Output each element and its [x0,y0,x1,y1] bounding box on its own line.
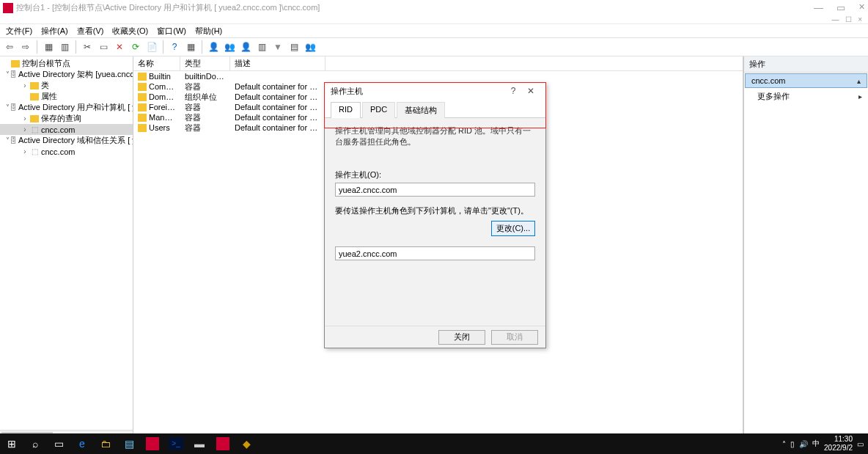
app-task-icon[interactable] [141,433,164,454]
col-type[interactable]: 类型 [180,56,230,70]
ie-icon[interactable]: e [70,433,94,454]
back-button[interactable]: ⇦ [3,40,16,54]
tree-label: Active Directory 用户和计算机 [ yuea2.cncc.com… [18,102,133,113]
tree-classes[interactable]: › 类 [0,80,133,91]
folder-icon [138,93,147,101]
menu-view[interactable]: 查看(V) [77,26,104,37]
group-icon[interactable]: ▥ [255,40,268,54]
dialog-footer: 关闭 取消 [325,326,545,348]
col-name[interactable]: 名称 [133,56,180,70]
tree-panel: 控制台根节点 ˅🗄 Active Directory 架构 [yuea.cncc… [0,56,133,442]
clock[interactable]: 11:30 2022/9/2 [824,435,853,453]
col-desc[interactable]: 描述 [230,56,326,70]
explorer-icon[interactable]: 🗀 [94,433,117,454]
tab-pdc[interactable]: PDC [362,102,395,118]
menu-favorites[interactable]: 收藏夹(O) [112,26,148,37]
app3-icon[interactable]: ◆ [235,433,258,454]
actions-panel: 操作 cncc.com ▴ 更多操作 ▸ [743,56,868,442]
cmd-icon[interactable]: ▬ [188,433,211,454]
tab-infra[interactable]: 基础结构 [397,102,445,118]
expand-icon[interactable]: › [21,114,29,122]
extra-icon[interactable]: 👥 [304,40,317,54]
tree-trust-domain[interactable]: ›⬚ cncc.com [0,146,133,157]
search-icon[interactable]: ⌕ [23,433,47,454]
ime-indicator[interactable]: 中 [812,439,820,449]
collapse-icon[interactable]: ▴ [857,77,861,85]
tree-ad-users[interactable]: ˅🗄 Active Directory 用户和计算机 [ yuea2.cncc.… [0,102,133,113]
refresh-button[interactable]: ⟳ [129,40,142,54]
tree-domain-selected[interactable]: ›⬚ cncc.com [0,124,133,135]
folder-icon [138,114,147,122]
tray-chevron-icon[interactable]: ˄ [782,440,786,448]
actions-domain[interactable]: cncc.com ▴ [745,73,867,88]
export-button[interactable]: 📄 [145,40,158,54]
actions-domain-label: cncc.com [751,76,785,85]
app2-icon[interactable] [211,433,235,454]
window-title: 控制台1 - [控制台根节点\Active Directory 用户和计算机 [… [16,2,814,13]
list-header: 名称 类型 描述 [133,56,743,71]
dialog-title: 操作主机 [331,86,504,97]
help-button[interactable]: ? [168,40,181,54]
host-field[interactable] [335,183,535,197]
menu-file[interactable]: 文件(F) [6,26,32,37]
change-button[interactable]: 更改(C)... [491,221,535,236]
tree-ad-schema[interactable]: ˅🗄 Active Directory 架构 [yuea.cncc.com] [0,69,133,80]
minimize-button[interactable]: — [814,2,823,13]
show-hide-button[interactable]: ▥ [58,40,71,54]
notification-icon[interactable]: ▭ [857,440,864,448]
clock-date: 2022/9/2 [824,444,853,453]
system-tray: ˄ ▯ 🔊 中 11:30 2022/9/2 ▭ [782,435,868,453]
server-manager-icon[interactable]: ▤ [117,433,141,454]
forward-button[interactable]: ⇨ [19,40,32,54]
menubar: 文件(F) 操作(A) 查看(V) 收藏夹(O) 窗口(W) 帮助(H) [0,23,868,37]
cancel-button[interactable]: 取消 [491,330,538,345]
close-button[interactable]: 关闭 [438,330,485,345]
actions-header: 操作 [744,56,868,73]
find-button[interactable]: 👤 [207,40,220,54]
column-icon[interactable]: ▤ [287,40,301,54]
tree-ad-trusts[interactable]: ˅🗄 Active Directory 域和信任关系 [ yuea2.cncc.… [0,135,133,146]
list-row[interactable]: BuiltinbuiltinDomain [133,71,743,81]
tree-saved-queries[interactable]: › 保存的查询 [0,113,133,124]
maximize-button[interactable]: ▭ [836,2,845,13]
tree-root[interactable]: 控制台根节点 [0,58,133,69]
expand-icon[interactable]: › [21,81,29,89]
expand-icon[interactable]: › [21,147,29,155]
menu-action[interactable]: 操作(A) [41,26,68,37]
dialog-help-button[interactable]: ? [504,86,522,96]
close-button[interactable]: ✕ [858,2,865,13]
sound-icon[interactable]: 🔊 [799,440,808,448]
transfer-label: 要传送操作主机角色到下列计算机，请单击"更改"(T)。 [335,205,535,216]
powershell-icon[interactable]: >_ [164,433,188,454]
dialog-titlebar: 操作主机 ? ✕ [325,83,545,99]
user-icon[interactable]: 👤 [239,40,252,54]
actions-more-label: 更多操作 [750,91,790,102]
tree-attributes[interactable]: 属性 [0,91,133,102]
dialog-desc: 操作主机管理向其他域控制器分配 RID 池。域中只有一台服务器担任此角色。 [335,122,535,155]
start-button[interactable]: ⊞ [0,433,23,454]
delete-x-button[interactable]: ✕ [113,40,126,54]
host-label: 操作主机(O): [335,169,535,180]
tree-label: 保存的查询 [41,113,81,124]
tree-label: 类 [41,80,49,91]
menu-help[interactable]: 帮助(H) [195,26,222,37]
folder-icon [138,83,147,91]
network-icon[interactable]: ▯ [790,440,795,448]
target-field[interactable] [335,246,535,260]
operations-master-dialog: 操作主机 ? ✕ RID PDC 基础结构 操作主机管理向其他域控制器分配 RI… [324,82,546,348]
filter-icon[interactable]: ▼ [271,40,284,54]
properties-button[interactable]: ▭ [97,40,110,54]
taskview-icon[interactable]: ▭ [47,433,70,454]
tree-label: cncc.com [41,147,75,156]
cut-button[interactable]: ✂ [81,40,94,54]
action-button[interactable]: ▦ [184,40,197,54]
menu-window[interactable]: 窗口(W) [157,26,186,37]
mdi-close-row: — ☐ × [0,15,868,23]
actions-more[interactable]: 更多操作 ▸ [744,89,868,104]
tool-icon[interactable]: 👥 [223,40,236,54]
expand-icon[interactable]: › [21,125,29,133]
up-button[interactable]: ▦ [42,40,55,54]
toolbar: ⇦ ⇨ ▦ ▥ ✂ ▭ ✕ ⟳ 📄 ? ▦ 👤 👥 👤 ▥ ▼ ▤ 👥 [0,37,868,56]
dialog-close-button[interactable]: ✕ [522,86,540,96]
tab-rid[interactable]: RID [331,102,361,118]
